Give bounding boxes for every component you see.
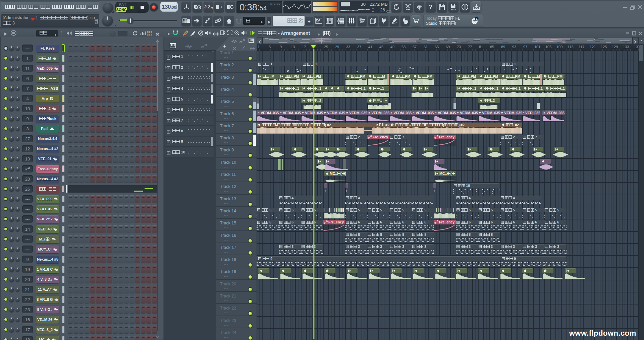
svg-text:1: 1	[476, 17, 477, 20]
